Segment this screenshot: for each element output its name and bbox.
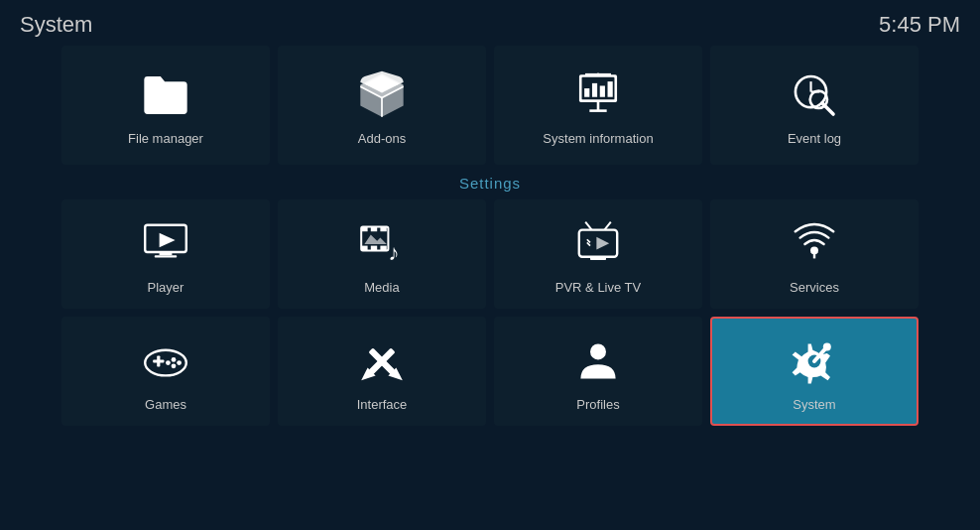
services-icon	[785, 214, 844, 274]
pvr-live-tv-label: PVR & Live TV	[555, 280, 641, 295]
svg-rect-27	[380, 245, 386, 250]
tile-interface[interactable]: Interface	[278, 317, 486, 426]
add-ons-label: Add-ons	[358, 131, 406, 146]
svg-rect-3	[592, 82, 597, 96]
settings-header: Settings	[20, 175, 960, 192]
tile-player[interactable]: Player	[61, 199, 270, 309]
profiles-icon	[568, 331, 628, 391]
svg-rect-26	[371, 245, 377, 250]
header: System 5:45 PM	[0, 0, 980, 46]
svg-point-54	[823, 342, 831, 350]
svg-rect-34	[590, 256, 606, 259]
tile-system[interactable]: System	[710, 317, 919, 426]
system-label: System	[793, 397, 835, 412]
tile-pvr-live-tv[interactable]: PVR & Live TV	[494, 199, 702, 309]
player-icon	[136, 214, 195, 274]
svg-point-9	[596, 72, 599, 75]
svg-rect-20	[155, 255, 177, 257]
media-label: Media	[364, 280, 399, 295]
file-manager-icon	[136, 66, 195, 125]
tile-system-information[interactable]: System information	[494, 46, 702, 165]
pvr-live-tv-icon	[568, 214, 628, 274]
settings-row-2: Games Interface	[20, 317, 960, 426]
services-label: Services	[790, 280, 839, 295]
event-log-icon	[785, 66, 844, 125]
tile-file-manager[interactable]: File manager	[61, 46, 270, 165]
tile-event-log[interactable]: Event log	[710, 46, 919, 165]
svg-text:♪: ♪	[388, 240, 399, 265]
clock: 5:45 PM	[879, 12, 960, 38]
svg-point-51	[590, 343, 606, 359]
player-label: Player	[148, 280, 184, 295]
games-icon	[136, 331, 195, 391]
svg-rect-22	[361, 226, 367, 231]
tile-games[interactable]: Games	[61, 317, 270, 426]
svg-rect-25	[361, 245, 367, 250]
settings-section: Settings Player	[0, 175, 980, 426]
profiles-label: Profiles	[576, 397, 619, 412]
add-ons-icon	[352, 66, 412, 125]
settings-row-1: Player ♪ Media	[20, 199, 960, 309]
tile-profiles[interactable]: Profiles	[494, 317, 702, 426]
games-label: Games	[145, 397, 186, 412]
interface-label: Interface	[357, 397, 408, 412]
svg-rect-23	[371, 226, 377, 231]
event-log-label: Event log	[788, 131, 841, 146]
svg-rect-4	[600, 85, 605, 96]
tile-add-ons[interactable]: Add-ons	[278, 46, 486, 165]
svg-rect-5	[608, 81, 613, 97]
interface-icon	[352, 331, 412, 391]
page-title: System	[20, 12, 92, 38]
tile-media[interactable]: ♪ Media	[278, 199, 486, 309]
svg-rect-19	[160, 252, 173, 255]
file-manager-label: File manager	[128, 131, 203, 146]
svg-line-14	[822, 102, 833, 113]
svg-point-46	[166, 360, 171, 365]
svg-point-44	[177, 360, 182, 365]
svg-rect-2	[584, 88, 589, 97]
svg-point-43	[172, 357, 177, 362]
svg-point-45	[172, 363, 177, 368]
system-information-icon	[568, 66, 628, 125]
svg-rect-42	[157, 355, 160, 366]
system-icon	[785, 331, 844, 391]
svg-rect-24	[380, 226, 386, 231]
system-information-label: System information	[543, 131, 653, 146]
media-icon: ♪	[352, 214, 412, 274]
tile-services[interactable]: Services	[710, 199, 919, 309]
top-row: File manager Add-ons	[0, 46, 980, 165]
svg-marker-28	[364, 234, 386, 244]
